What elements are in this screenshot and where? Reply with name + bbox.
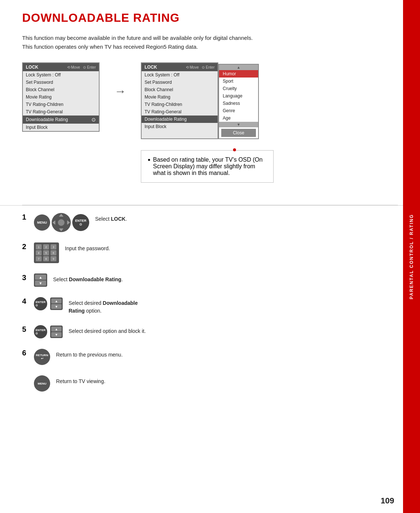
- right-side: LOCK ⟲ Move ⊙ Enter Lock System : Off Se…: [141, 62, 274, 183]
- popup-item-humor[interactable]: Humor: [219, 70, 258, 78]
- lock-menu-right-body: Lock System : Off Set Password Block Cha…: [142, 71, 218, 130]
- step-6: 6 RETURN↩ Return to the previous menu.: [22, 349, 398, 365]
- lock-menu-with-popup: LOCK ⟲ Move ⊙ Enter Lock System : Off Se…: [141, 62, 274, 139]
- menu-item-set-password-r: Set Password: [142, 79, 218, 86]
- lock-menu-right-header: LOCK ⟲ Move ⊙ Enter: [142, 63, 218, 71]
- intro-text: This function may become available in th…: [22, 34, 369, 51]
- ud-pad-step4: ▲ ▼: [50, 297, 63, 310]
- step-1: 1 MENU ENTER⊙: [22, 213, 398, 232]
- step-6-text: Return to the previous menu.: [56, 349, 123, 359]
- popup-item-age[interactable]: Age: [219, 114, 258, 122]
- step-4-text: Select desired DownloadableRating option…: [69, 297, 138, 315]
- side-tab-text: PARENTAL CONTROL / RATING: [409, 214, 414, 299]
- popup-item-sadness[interactable]: Sadness: [219, 100, 258, 107]
- step-5-icons: ENTER⊙ ▲ ▼: [34, 325, 63, 338]
- step-7-text: Return to TV viewing.: [56, 375, 105, 385]
- menu-button-step1[interactable]: MENU: [34, 214, 50, 231]
- menu-item-block-channel-r: Block Channel: [142, 86, 218, 93]
- menu-item-movie-rating-r: Movie Rating: [142, 93, 218, 101]
- menu-item-tv-general: TV Rating-General: [23, 108, 99, 116]
- menu-item-set-password: Set Password: [23, 79, 99, 86]
- step-2: 2 1 2 3 4 5 6 7 8 9 Input the password.: [22, 242, 398, 263]
- numpad-step2: 1 2 3 4 5 6 7 8 9: [34, 242, 59, 263]
- side-tab: PARENTAL CONTROL / RATING: [403, 0, 420, 513]
- lock-menu-left: LOCK ⟲ Move ⊙ Enter Lock System : Off Se…: [22, 62, 100, 132]
- menu-item-tv-children-r: TV Rating-Children: [142, 101, 218, 108]
- popup-arrow-up: ▲: [219, 65, 258, 70]
- menu-item-input-block-right: Input Block: [142, 123, 218, 130]
- step-4-number: 4: [22, 297, 28, 306]
- step-3-text: Select Downloadable Rating.: [53, 273, 123, 283]
- enter-button-step4[interactable]: ENTER⊙: [34, 297, 47, 310]
- nav-hints-left: ⟲ Move ⊙ Enter: [67, 65, 96, 69]
- nav-hints-right: ⟲ Move ⊙ Enter: [186, 65, 215, 69]
- arrow: →: [114, 62, 126, 98]
- lock-menu-left-header: LOCK ⟲ Move ⊙ Enter: [23, 63, 99, 71]
- menu-item-downloadable-left: Downloadable Rating ⊙: [23, 116, 99, 124]
- info-section: Based on rating table, your TV's OSD (On…: [141, 150, 274, 183]
- menu-item-movie-rating: Movie Rating: [23, 93, 99, 101]
- step-1-icons: MENU ENTER⊙: [34, 213, 89, 232]
- menu-item-tv-children: TV Rating-Children: [23, 101, 99, 108]
- menu-item-tv-general-r: TV Rating-General: [142, 108, 218, 116]
- menu-item-lock-system: Lock System : Off: [23, 71, 99, 79]
- nav-pad-step1: [52, 213, 71, 232]
- step-1-text: Select LOCK.: [95, 213, 127, 223]
- connector-dot: [233, 148, 236, 151]
- step-6-number: 6: [22, 349, 28, 357]
- menu-item-block-channel: Block Channel: [23, 86, 99, 93]
- step-5-text: Select desired option and block it.: [69, 325, 146, 335]
- popup-arrow-down: ▼: [219, 122, 258, 127]
- popup-item-cruelty[interactable]: Cruelty: [219, 85, 258, 92]
- ud-pad-step3: ▲ ▼: [34, 273, 47, 287]
- info-box: Based on rating table, your TV's OSD (On…: [141, 150, 274, 183]
- step-3-number: 3: [22, 273, 28, 282]
- enter-button-step5[interactable]: ENTER⊙: [34, 325, 47, 338]
- menu-item-lock-system-r: Lock System : Off: [142, 71, 218, 79]
- step-5: 5 ENTER⊙ ▲ ▼ Select desired option and b…: [22, 325, 398, 338]
- step-7: MENU Return to TV viewing.: [22, 375, 398, 392]
- return-button[interactable]: RETURN↩: [34, 349, 50, 365]
- steps-section: 1 MENU ENTER⊙: [0, 205, 420, 409]
- step-2-icons: 1 2 3 4 5 6 7 8 9: [34, 242, 59, 263]
- step-4-icons: ENTER⊙ ▲ ▼: [34, 297, 63, 310]
- popup-menu: ▲ Humor Sport Cruelty Language Sadness G…: [218, 64, 259, 139]
- enter-button-step1[interactable]: ENTER⊙: [72, 214, 89, 231]
- step-6-icons: RETURN↩: [34, 349, 50, 365]
- step-4: 4 ENTER⊙ ▲ ▼ Select desired Downloadable…: [22, 297, 398, 315]
- step-5-number: 5: [22, 325, 28, 334]
- lock-menu-right: LOCK ⟲ Move ⊙ Enter Lock System : Off Se…: [141, 62, 218, 139]
- popup-item-sport[interactable]: Sport: [219, 78, 258, 85]
- step-2-number: 2: [22, 242, 28, 251]
- ud-pad-step5: ▲ ▼: [50, 326, 63, 338]
- popup-close-button[interactable]: Close: [221, 129, 256, 137]
- info-box-text: Based on rating table, your TV's OSD (On…: [148, 156, 267, 176]
- step-7-icons: MENU: [34, 375, 50, 392]
- step-2-text: Input the password.: [65, 242, 110, 252]
- page-title: DOWNLOADABLE RATING: [22, 11, 369, 25]
- popup-item-language[interactable]: Language: [219, 92, 258, 100]
- step-3: 3 ▲ ▼ Select Downloadable Rating.: [22, 273, 398, 287]
- step-3-icons: ▲ ▼: [34, 273, 47, 287]
- menu-item-downloadable-right: Downloadable Rating: [142, 116, 218, 123]
- popup-item-genre[interactable]: Genre: [219, 107, 258, 114]
- lock-menu-left-body: Lock System : Off Set Password Block Cha…: [23, 71, 99, 131]
- menu-button-step7[interactable]: MENU: [34, 375, 50, 392]
- diagram-section: LOCK ⟲ Move ⊙ Enter Lock System : Off Se…: [22, 62, 369, 183]
- step-1-number: 1: [22, 213, 28, 221]
- menu-item-input-block-left: Input Block: [23, 124, 99, 131]
- page-number: 109: [381, 496, 394, 506]
